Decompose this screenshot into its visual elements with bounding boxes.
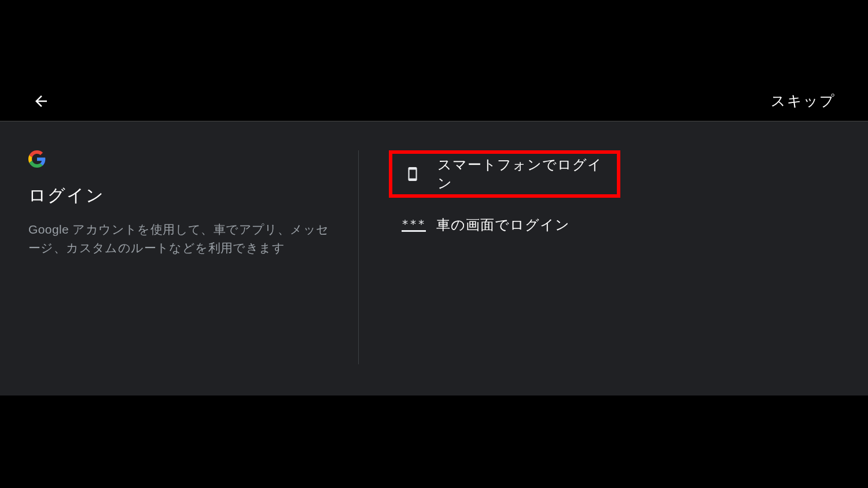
smartphone-icon — [405, 164, 437, 184]
signin-smartphone-option[interactable]: スマートフォンでログイン — [389, 150, 620, 198]
page-description: Google アカウントを使用して、車でアプリ、メッセージ、カスタムのルートなど… — [28, 220, 341, 257]
header-bar: スキップ — [0, 81, 868, 121]
back-arrow-icon — [32, 93, 50, 110]
signin-car-screen-option[interactable]: *** 車の画面でログイン — [389, 201, 620, 249]
page-title: ログイン — [28, 184, 358, 208]
skip-button[interactable]: スキップ — [771, 91, 836, 110]
google-logo-icon — [28, 150, 46, 168]
right-panel: スマートフォンでログイン *** 車の画面でログイン — [359, 150, 868, 395]
signin-smartphone-label: スマートフォンでログイン — [437, 156, 604, 193]
content-area: ログイン Google アカウントを使用して、車でアプリ、メッセージ、カスタムの… — [0, 121, 868, 395]
password-icon: *** — [402, 218, 436, 232]
back-button[interactable] — [32, 93, 50, 110]
left-panel: ログイン Google アカウントを使用して、車でアプリ、メッセージ、カスタムの… — [0, 150, 359, 364]
bottom-letterbox — [0, 395, 868, 488]
top-letterbox — [0, 0, 868, 81]
signin-car-screen-label: 車の画面でログイン — [436, 216, 570, 234]
